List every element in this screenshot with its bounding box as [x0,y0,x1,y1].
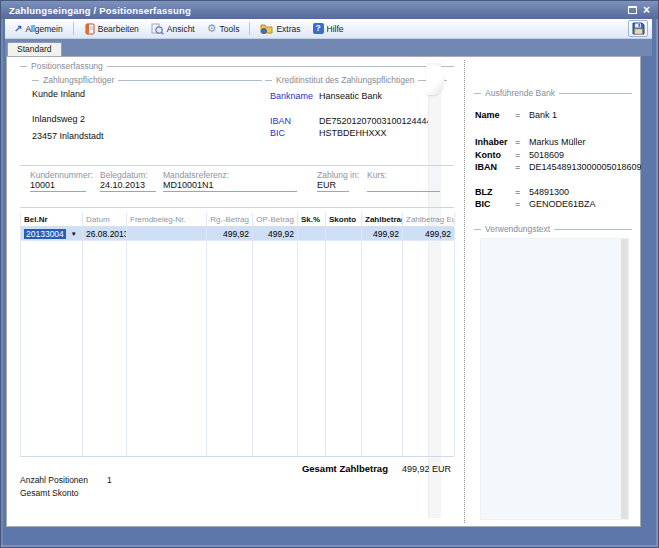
menu-tools[interactable]: ⚙ Tools [202,22,245,35]
separator-line [20,165,454,166]
field-zahlung-in[interactable]: Zahlung in: EUR [317,170,349,192]
close-icon[interactable]: × [643,5,650,15]
menu-ansicht[interactable]: Ansicht [146,22,200,36]
arrow-up-right-icon: ↗ [14,24,22,34]
menu-allgemein[interactable]: ↗ Allgemein [9,23,68,35]
bankname-value: Hanseatic Bank [319,91,382,101]
tab-standard[interactable]: Standard [7,42,62,56]
belnr-selected-value[interactable]: 20133004 [24,229,66,239]
bank-row-name: Name = Bank 1 [475,110,557,122]
empty-cell [362,241,403,456]
bank-iban-value: DE14548913000005018609 [529,162,642,174]
verwendungstext-textarea[interactable] [480,238,629,520]
floppy-disk-icon [632,22,645,35]
menu-bearbeiten[interactable]: Bearbeiten [79,22,144,36]
table-row[interactable]: 20133004▼ 26.08.2013 499,92 499,92 499,9… [20,227,454,241]
save-button[interactable] [628,20,648,37]
panel-splitter[interactable] [464,60,465,523]
iban-value: DE75201207003100124444 [319,116,432,126]
group-positionserfassung-label: Positionserfassung [27,61,107,72]
dropdown-arrow-icon[interactable]: ▼ [71,231,77,237]
col-sk-prozent[interactable]: Sk.% [298,213,326,226]
field-kurs-value[interactable] [367,180,440,192]
bank-name-label: Name [475,110,515,122]
table-body-empty[interactable] [20,241,454,457]
toolbar-separator [249,22,250,35]
content-area: Positionserfassung Zahlungspflichtiger K… [6,56,641,527]
anzahl-positionen-label: Anzahl Positionen [20,475,88,485]
separator-line [20,207,454,208]
gesamt-zahlbetrag-line: Gesamt Zahlbetrag 499,92 EUR [302,463,451,474]
equals-sign: = [515,162,529,174]
group-zahlungspflichtiger: Zahlungspflichtiger [32,80,262,81]
bic-label: BIC [270,128,285,138]
payer-city: 23457 Inlandstadt [32,131,104,141]
bankname-label: Bankname [270,91,313,101]
col-zahlbetrag-euro[interactable]: Zahlbetrag Euro [403,213,455,226]
field-mandatsreferenz-value[interactable]: MD10001N1 [163,180,297,192]
col-skonto[interactable]: Skonto [326,213,362,226]
cell-sk-prozent[interactable] [298,227,326,240]
field-zahlung-in-value[interactable]: EUR [317,180,349,192]
cell-belnr[interactable]: 20133004▼ [21,227,83,240]
bank-blz-label: BLZ [475,187,515,199]
menu-bearbeiten-label: Bearbeiten [98,24,139,34]
empty-cell [253,241,298,456]
window-title: Zahlungseingang / Positionserfassung [9,5,191,16]
field-mandatsreferenz[interactable]: Mandatsreferenz: MD10001N1 [163,170,297,192]
cell-op-betrag[interactable]: 499,92 [253,227,298,240]
screenshot-root: Zahlungseingang / Positionserfassung × ↗… [0,0,659,548]
cell-rg-betrag[interactable]: 499,92 [207,227,253,240]
magnifier-icon [151,23,164,35]
bank-iban-label: IBAN [475,162,515,174]
col-zahlbetrag[interactable]: Zahlbetrag [362,213,403,226]
main-toolbar: ↗ Allgemein Bearbeiten Ansicht ⚙ Tools E… [5,19,652,39]
cell-datum[interactable]: 26.08.2013 [83,227,127,240]
gesamt-zahlbetrag-value: 499,92 EUR [402,464,451,474]
field-kundennummer[interactable]: Kundennummer: 10001 [30,170,86,192]
col-belnr[interactable]: Bel.Nr [21,213,83,226]
menu-hilfe[interactable]: ? Hilfe [308,22,349,35]
empty-cell [83,241,127,456]
notebook-icon [84,23,95,35]
window-controls: × [628,5,650,15]
menu-extras[interactable]: Extras [255,22,305,35]
col-datum[interactable]: Datum [83,213,127,226]
field-kurs[interactable]: Kurs: [367,170,440,192]
menu-extras-label: Extras [276,24,300,34]
menu-hilfe-label: Hilfe [327,24,344,34]
bank-bic-value: GENODE61BZA [529,199,596,211]
bank-konto-label: Konto [475,150,515,162]
field-belegdatum[interactable]: Belegdatum: 24.10.2013 [100,170,156,192]
group-ausfuehrende-bank-label: Ausführende Bank [481,88,559,99]
cell-skonto[interactable] [326,227,362,240]
page-curl-decoration [426,65,444,95]
group-positionserfassung: Positionserfassung [20,66,454,67]
group-kreditinstitut: Kreditinstitut des Zahlungspflichtigen [265,80,447,81]
equals-sign: = [515,110,529,122]
title-bar[interactable]: Zahlungseingang / Positionserfassung × [1,1,658,19]
empty-cell [403,241,455,456]
group-verwendungstext-label: Verwendungstext [481,224,554,235]
menu-ansicht-label: Ansicht [167,24,195,34]
group-ausfuehrende-bank: Ausführende Bank [474,93,632,94]
field-belegdatum-value[interactable]: 24.10.2013 [100,180,156,192]
cell-zahlbetrag-euro[interactable]: 499,92 [403,227,455,240]
cell-zahlbetrag[interactable]: 499,92 [362,227,403,240]
payer-name: Kunde Inland [32,89,85,99]
table-header-row: Bel.Nr Datum Fremdbeleg-Nr. Rg.-Betrag O… [20,213,454,227]
col-op-betrag[interactable]: OP-Betrag [253,213,298,226]
bank-row-konto: Konto = 5018609 [475,150,564,162]
bank-name-value: Bank 1 [529,110,557,122]
textarea-scrollbar[interactable] [621,239,628,519]
payer-street: Inlandsweg 2 [32,114,85,124]
iban-label: IBAN [270,116,291,126]
col-fremdbeleg[interactable]: Fremdbeleg-Nr. [127,213,207,226]
col-rg-betrag[interactable]: Rg.-Betrag [207,213,253,226]
cell-fremdbeleg[interactable] [127,227,207,240]
bic-value: HSTBDEHHXXX [319,128,387,138]
restore-icon[interactable] [628,6,637,14]
field-kundennummer-value[interactable]: 10001 [30,180,86,192]
folder-icon [260,23,273,34]
bank-konto-value: 5018609 [529,150,564,162]
